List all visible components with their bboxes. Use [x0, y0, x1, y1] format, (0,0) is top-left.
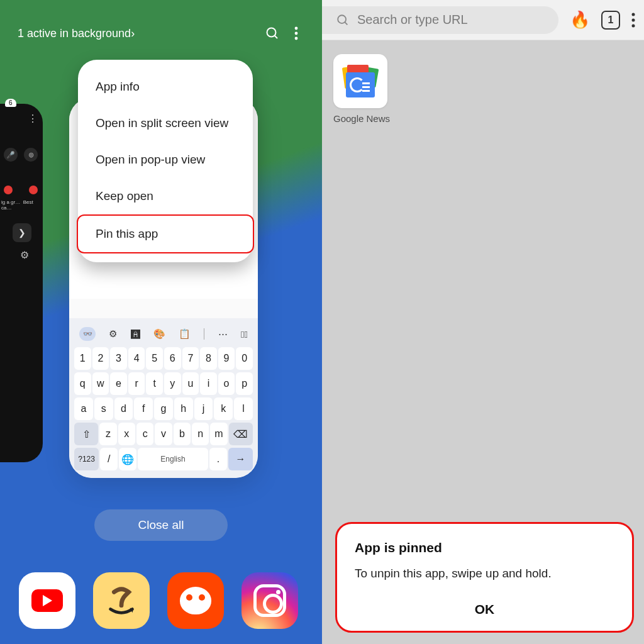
menu-item-split-screen[interactable]: Open in split screen view — [78, 105, 253, 142]
key-h[interactable]: h — [174, 397, 193, 420]
dock-app-youtube[interactable] — [19, 572, 75, 629]
more-icon[interactable]: ⋮ — [28, 113, 38, 125]
previous-app-card[interactable]: 6 ⋮ 🎤 ⊚ ig a gr… Best ca… ❯ ⚙ — [0, 104, 43, 462]
menu-item-popup-view[interactable]: Open in pop-up view — [78, 142, 253, 178]
svg-point-0 — [267, 28, 276, 37]
translate-icon[interactable]: 🅰 — [131, 329, 140, 340]
key-m[interactable]: m — [210, 423, 227, 445]
more-icon[interactable]: ⋯ — [218, 328, 228, 340]
dock-app-reddit[interactable] — [167, 572, 224, 629]
bookmark-tile-google-news[interactable]: Google News — [333, 54, 390, 124]
key-0[interactable]: 0 — [236, 347, 253, 370]
slash-key[interactable]: / — [100, 448, 118, 470]
key-8[interactable]: 8 — [200, 347, 217, 370]
background-activity-link[interactable]: 1 active in background› — [18, 27, 135, 40]
menu-item-keep-open[interactable]: Keep open — [78, 178, 253, 214]
dock-app-amazon[interactable] — [93, 572, 150, 629]
browser-toolbar: Search or type URL 🔥 1 — [322, 0, 644, 40]
soft-keyboard: 👓 ⚙ 🅰 🎨 📋 ⋯ 🎙̸ 1234567890 qwertyuiop asd… — [69, 318, 258, 478]
app-dock — [0, 563, 322, 638]
chevron-right-icon[interactable]: ❯ — [13, 223, 31, 242]
symbols-key[interactable]: ?123 — [74, 448, 99, 470]
globe-key[interactable]: 🌐 — [119, 448, 136, 470]
space-key[interactable]: English — [138, 448, 208, 470]
key-q[interactable]: q — [74, 372, 91, 395]
key-f[interactable]: f — [134, 397, 153, 420]
app-pinned-dialog: App is pinned To unpin this app, swipe u… — [335, 522, 634, 633]
svg-point-5 — [338, 15, 346, 23]
more-options-icon[interactable] — [288, 25, 304, 42]
shift-key[interactable]: ⇧ — [74, 423, 98, 445]
key-1[interactable]: 1 — [74, 347, 91, 370]
key-u[interactable]: u — [182, 372, 199, 395]
key-2[interactable]: 2 — [92, 347, 109, 370]
key-w[interactable]: w — [92, 372, 109, 395]
key-5[interactable]: 5 — [146, 347, 163, 370]
mic-icon: 🎤 — [4, 148, 18, 162]
key-n[interactable]: n — [192, 423, 209, 445]
app-context-menu: App info Open in split screen view Open … — [78, 60, 253, 262]
svg-point-8 — [632, 18, 635, 21]
key-c[interactable]: c — [136, 423, 153, 445]
key-l[interactable]: l — [234, 397, 253, 420]
key-d[interactable]: d — [114, 397, 133, 420]
search-icon — [336, 13, 350, 27]
key-b[interactable]: b — [174, 423, 191, 445]
gear-icon[interactable]: ⚙ — [20, 249, 29, 261]
menu-item-pin-this-app[interactable]: Pin this app — [77, 214, 254, 253]
dialog-body: To unpin this app, swipe up and hold. — [355, 567, 614, 580]
clipboard-icon[interactable]: 📋 — [179, 328, 191, 340]
svg-line-6 — [345, 22, 347, 25]
key-9[interactable]: 9 — [218, 347, 235, 370]
key-k[interactable]: k — [214, 397, 233, 420]
key-i[interactable]: i — [200, 372, 217, 395]
theme-icon[interactable]: 🎨 — [153, 328, 165, 340]
recents-header: 1 active in background› — [0, 25, 322, 42]
browser-pane: Search or type URL 🔥 1 Google News App i… — [322, 0, 644, 644]
google-news-icon — [343, 65, 377, 97]
ok-button[interactable]: OK — [355, 598, 614, 618]
bookmark-label: Google News — [333, 113, 390, 124]
key-t[interactable]: t — [146, 372, 163, 395]
recents-overview-pane: 1 active in background› 6 ⋮ 🎤 ⊚ ig a gr…… — [0, 0, 322, 644]
key-3[interactable]: 3 — [110, 347, 127, 370]
key-j[interactable]: j — [194, 397, 213, 420]
key-g[interactable]: g — [154, 397, 173, 420]
search-icon[interactable] — [264, 25, 280, 42]
svg-point-3 — [295, 32, 298, 35]
menu-item-app-info[interactable]: App info — [78, 69, 253, 105]
enter-key[interactable]: → — [228, 448, 253, 470]
url-bar[interactable]: Search or type URL — [322, 6, 558, 34]
key-r[interactable]: r — [128, 372, 145, 395]
svg-point-7 — [632, 13, 635, 16]
close-all-button[interactable]: Close all — [94, 509, 228, 541]
keyboard-toolbar: 👓 ⚙ 🅰 🎨 📋 ⋯ 🎙̸ — [74, 323, 253, 347]
fire-icon[interactable]: 🔥 — [570, 10, 590, 30]
key-e[interactable]: e — [110, 372, 127, 395]
tab-switcher-button[interactable]: 1 — [601, 11, 620, 30]
lens-icon: ⊚ — [24, 148, 38, 162]
key-a[interactable]: a — [74, 397, 93, 420]
dialog-title: App is pinned — [355, 540, 614, 555]
key-s[interactable]: s — [94, 397, 113, 420]
svg-point-9 — [632, 24, 635, 27]
backspace-key[interactable]: ⌫ — [229, 423, 253, 445]
key-4[interactable]: 4 — [128, 347, 145, 370]
more-options-icon[interactable] — [631, 13, 635, 28]
svg-point-2 — [295, 27, 298, 30]
dock-app-instagram[interactable] — [242, 572, 298, 629]
key-x[interactable]: x — [118, 423, 135, 445]
incognito-icon[interactable]: 👓 — [79, 327, 96, 341]
gear-icon[interactable]: ⚙ — [109, 328, 117, 340]
url-placeholder: Search or type URL — [357, 13, 468, 27]
key-6[interactable]: 6 — [164, 347, 181, 370]
key-p[interactable]: p — [236, 372, 253, 395]
key-o[interactable]: o — [218, 372, 235, 395]
key-y[interactable]: y — [164, 372, 181, 395]
period-key[interactable]: . — [209, 448, 227, 470]
key-z[interactable]: z — [99, 423, 116, 445]
key-v[interactable]: v — [155, 423, 172, 445]
mic-off-icon[interactable]: 🎙̸ — [241, 329, 248, 340]
controls-row: 🎤 ⊚ — [4, 148, 38, 162]
key-7[interactable]: 7 — [182, 347, 199, 370]
